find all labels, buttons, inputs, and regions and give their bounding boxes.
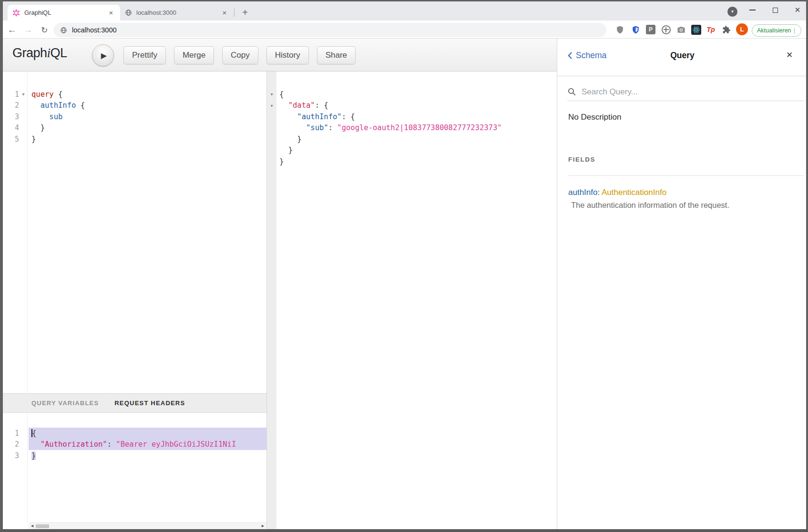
window-frame-right [806,0,808,532]
window-frame-bottom [0,529,808,532]
move-cross-icon [662,25,671,34]
fields-divider [568,175,804,176]
tab-graphiql[interactable]: GraphiQL × [8,5,120,20]
tab-close-icon[interactable]: × [107,9,115,17]
window-minimize-button[interactable] [746,4,758,16]
code-line: } [279,133,502,145]
headers-line-numbers: 1 2 3 [3,428,28,461]
maximize-icon [773,8,778,13]
copy-button[interactable]: Copy [222,46,258,64]
tab-title: localhost:3000 [136,9,220,16]
forward-button[interactable]: → [22,24,34,36]
window-frame-left [0,0,3,532]
line-number: 2 [3,101,19,110]
extensions-puzzle-icon[interactable] [720,23,732,36]
react-atom-icon [691,25,701,35]
line-number: 2 [3,440,19,449]
window-frame-top [0,0,808,1]
search-underline [567,101,804,101]
code-line-selected: "Authorization": "Bearer eyJhbGciOiJSUzI… [29,439,266,450]
result-fold-gutter: ▾ ▾ [266,72,276,529]
address-bar[interactable]: localhost:3000 [53,23,606,37]
doc-title: Query [557,51,808,61]
line-number: 5 [3,135,19,143]
fold-caret-icon[interactable]: ▾ [267,89,276,100]
update-label: Aktualisieren [757,27,791,34]
doc-close-button[interactable]: ✕ [783,48,796,61]
code-line: } [31,123,85,134]
globe-icon [125,9,132,16]
profile-avatar[interactable]: L [736,23,748,35]
share-button[interactable]: Share [317,46,356,64]
code-line: } [279,156,502,167]
field-type-link[interactable]: AuthenticationInfo [602,188,666,197]
tab-request-headers[interactable]: REQUEST HEADERS [114,399,185,407]
line-number: 4 [3,123,19,132]
extension-react-devtools-icon[interactable] [690,23,702,36]
doc-no-description: No Description [568,113,622,122]
browser-update-button[interactable]: Aktualisieren ⋮ [752,24,801,37]
caret-down-icon: ▼ [731,10,735,14]
code-line: } [279,145,502,156]
new-tab-button[interactable]: + [239,6,251,19]
extension-move-icon[interactable] [660,23,672,36]
scroll-right-icon[interactable]: ► [261,523,265,528]
query-code[interactable]: query { authInfo { sub } } [31,89,85,145]
line-number: 1 [3,429,19,438]
code-line: } [31,133,85,145]
history-button[interactable]: History [266,46,309,64]
line-number: 1 [3,90,19,99]
query-line-numbers: 1▾ 2 3 4 5 [3,89,28,145]
horizontal-scrollbar[interactable]: ◄ ► [29,522,266,529]
result-json: { "data": { "authInfo": { "sub": "google… [279,89,502,167]
minimize-icon [749,10,756,10]
code-line: sub [31,111,85,123]
globe-icon [60,27,67,34]
window-close-button[interactable]: ✕ [791,4,804,16]
code-line: query { [31,89,85,100]
merge-button[interactable]: Merge [174,46,214,64]
tab-title: GraphiQL [24,9,107,16]
back-button[interactable]: ← [6,24,18,36]
search-icon [567,87,576,96]
extension-screenshot-icon[interactable] [675,23,687,36]
extension-ublock-icon[interactable] [614,23,626,36]
tab-separator [234,9,235,17]
tab-localhost[interactable]: localhost:3000 × [120,5,234,20]
scrollbar-thumb[interactable] [36,524,49,528]
tab-close-icon[interactable]: × [220,9,229,17]
code-line: } [29,450,266,461]
execute-query-button[interactable]: ▶ [92,44,114,66]
browser-update-icon[interactable]: ▼ [727,7,737,17]
tp-badge: Tp [706,26,715,33]
field-description: The authentication information of the re… [571,201,729,210]
field-name-link[interactable]: authInfo [568,188,597,197]
tab-strip: GraphiQL × localhost:3000 × + ▼ ✕ [0,0,808,20]
extension-p-icon[interactable]: P [644,23,657,36]
headers-code[interactable]: { "Authorization": "Bearer eyJhbGciOiJSU… [29,428,266,461]
doc-field-row: authInfo: AuthenticationInfo [568,188,666,197]
code-line: "data": { [279,100,502,112]
kebab-menu-icon: ⋮ [791,27,798,34]
code-line: "authInfo": { [279,111,502,123]
code-line: authInfo { [31,100,85,112]
fold-caret-icon[interactable]: ▾ [267,100,276,112]
doc-fields-category: FIELDS [568,156,595,163]
browser-window: GraphiQL × localhost:3000 × + ▼ ✕ ← → ↻ [0,0,808,532]
line-number: 3 [3,451,19,460]
tab-query-variables[interactable]: QUERY VARIABLES [31,399,99,407]
p-badge: P [646,25,655,34]
code-line: { [279,89,502,100]
doc-search-input[interactable] [582,85,739,99]
graphiql-toolbar: Prettify Merge Copy History Share [123,46,356,64]
fold-caret-icon[interactable]: ▾ [19,92,28,97]
code-line-selected: { [29,428,266,439]
line-number: 3 [3,113,19,121]
prettify-button[interactable]: Prettify [123,46,166,64]
reload-button[interactable]: ↻ [38,24,51,36]
extension-tampermonkey-icon[interactable]: Tp [705,23,717,36]
window-maximize-button[interactable] [769,4,781,16]
scroll-left-icon[interactable]: ◄ [30,523,34,528]
extension-bitwarden-icon[interactable] [629,23,642,36]
graphql-logo-icon [12,9,20,17]
